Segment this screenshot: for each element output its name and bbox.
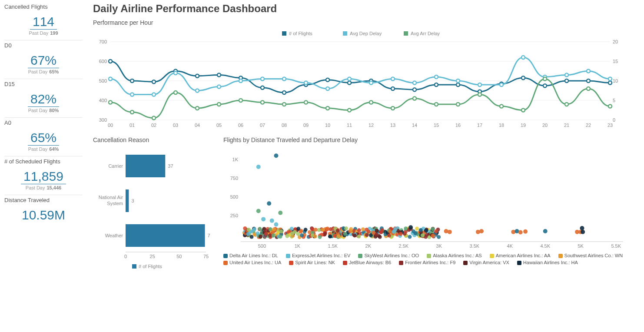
svg-point-495 (337, 234, 341, 238)
kpi-d0[interactable]: D067%Past Day65% (4, 40, 83, 79)
svg-point-83 (413, 81, 416, 85)
svg-point-466 (317, 228, 321, 232)
kpi-value: 10.59M (19, 208, 68, 222)
legend-item[interactable]: ExpressJet Airlines Inc.: EV (286, 253, 351, 258)
svg-point-546 (523, 229, 528, 234)
svg-point-518 (421, 233, 425, 237)
main: Daily Airline Performance Dashboard Perf… (87, 0, 644, 332)
svg-text:500: 500 (230, 194, 238, 199)
svg-rect-117 (126, 155, 165, 177)
svg-text:0: 0 (124, 254, 127, 259)
svg-point-491 (268, 233, 272, 237)
svg-point-96 (174, 91, 177, 94)
svg-text:15: 15 (613, 59, 618, 64)
svg-text:74: 74 (208, 233, 210, 238)
svg-point-449 (313, 234, 317, 238)
svg-point-101 (282, 103, 286, 106)
legend-item[interactable]: Spirit Air Lines: NK (289, 260, 335, 265)
kpi-a0[interactable]: A065%Past Day64% (4, 118, 83, 156)
svg-point-114 (565, 103, 568, 106)
svg-rect-124 (126, 224, 205, 247)
kpi-label: # of Scheduled Flights (4, 158, 83, 165)
svg-point-528 (279, 235, 282, 239)
svg-point-103 (326, 106, 329, 110)
svg-point-70 (130, 93, 134, 96)
svg-point-451 (419, 228, 423, 232)
page-title: Daily Airline Performance Dashboard (93, 3, 634, 15)
kpi-distance-traveled[interactable]: Distance Traveled10.59M (4, 195, 83, 227)
svg-text:08: 08 (282, 123, 287, 128)
svg-point-211 (328, 235, 332, 239)
svg-rect-41 (343, 31, 347, 36)
svg-text:2K: 2K (365, 243, 372, 249)
svg-point-66 (565, 79, 568, 83)
svg-point-530 (296, 227, 300, 231)
svg-point-320 (304, 228, 308, 232)
kpi-label: D15 (4, 81, 83, 87)
kpi-d15[interactable]: D1582%Past Day80% (4, 79, 83, 118)
kpi--of-scheduled-flights[interactable]: # of Scheduled Flights11,859Past Day15,4… (4, 156, 83, 195)
legend-item[interactable]: SkyWest Airlines Inc.: OO (358, 253, 419, 258)
svg-point-455 (300, 233, 304, 237)
svg-point-78 (304, 81, 308, 85)
svg-point-61 (456, 83, 460, 86)
legend-item[interactable]: Virgin America: VX (463, 260, 509, 265)
svg-text:500: 500 (258, 243, 266, 249)
svg-point-482 (404, 226, 408, 230)
svg-text:5: 5 (613, 98, 615, 103)
legend-item[interactable]: Hawaiian Airlines Inc.: HA (517, 260, 578, 265)
svg-point-46 (130, 79, 134, 83)
svg-text:1K: 1K (232, 157, 239, 162)
svg-text:5.5K: 5.5K (611, 243, 621, 249)
legend-item[interactable]: Southwest Airlines Co.: WN (558, 253, 623, 258)
legend-item[interactable]: United Air Lines Inc.: UA (223, 260, 281, 265)
scatter-legend[interactable]: Delta Air Lines Inc.: DLExpressJet Airli… (223, 253, 634, 265)
svg-point-463 (365, 233, 369, 237)
svg-point-109 (456, 103, 460, 106)
kpi-cancelled-flights[interactable]: Cancelled Flights114Past Day199 (4, 2, 83, 40)
kpi-value: 82% (28, 92, 59, 107)
svg-text:400: 400 (99, 98, 107, 103)
svg-text:20: 20 (613, 39, 618, 44)
legend-item[interactable]: JetBlue Airways: B6 (343, 260, 391, 265)
svg-text:# of Flights: # of Flights (289, 31, 312, 36)
kpi-value: 65% (28, 130, 59, 146)
legend-item[interactable]: American Airlines Inc.: AA (490, 253, 551, 258)
svg-point-90 (565, 73, 568, 77)
svg-point-76 (261, 77, 264, 81)
svg-text:10: 10 (325, 123, 330, 128)
legend-item[interactable]: Frontier Airlines Inc.: F9 (399, 260, 455, 265)
svg-point-108 (435, 103, 438, 106)
svg-point-510 (424, 229, 428, 232)
svg-text:17: 17 (477, 123, 482, 128)
scatter-chart[interactable]: 2505007501K5001K1.5K2K2.5K3K3.5K4K4.5K5K… (223, 146, 634, 250)
performance-per-hour-chart[interactable]: 3004005006007000510152000010203040506070… (93, 29, 634, 129)
svg-point-92 (608, 77, 612, 81)
cancellation-reason-chart[interactable]: Carrier37National AirSystem3Weather74025… (93, 146, 210, 268)
svg-text:20: 20 (542, 123, 548, 128)
svg-point-65 (543, 84, 547, 87)
svg-point-71 (152, 93, 156, 96)
perf-chart-title: Performance per Hour (93, 19, 634, 26)
svg-point-50 (217, 73, 221, 77)
svg-point-94 (130, 110, 134, 114)
svg-point-502 (399, 232, 403, 236)
svg-point-88 (521, 56, 525, 59)
svg-text:07: 07 (260, 123, 265, 128)
legend-item[interactable]: Alaska Airlines Inc.: AS (427, 253, 482, 258)
svg-point-102 (304, 101, 308, 104)
svg-point-72 (174, 71, 177, 75)
svg-point-515 (247, 228, 251, 232)
svg-point-545 (518, 230, 523, 235)
svg-point-112 (521, 109, 525, 112)
svg-point-60 (435, 83, 438, 86)
svg-text:500: 500 (99, 78, 107, 83)
svg-point-550 (580, 226, 584, 230)
svg-text:4K: 4K (507, 243, 513, 249)
legend-item[interactable]: Delta Air Lines Inc.: DL (223, 253, 278, 258)
svg-point-69 (109, 77, 112, 81)
kpi-label: A0 (4, 120, 83, 126)
svg-text:700: 700 (99, 39, 107, 44)
svg-text:19: 19 (521, 123, 526, 128)
svg-text:15: 15 (434, 123, 439, 128)
